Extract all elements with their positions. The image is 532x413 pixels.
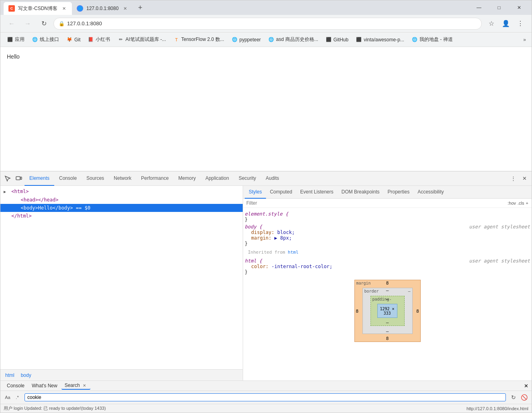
tab-application[interactable]: Application xyxy=(201,171,234,186)
bookmark-online-label: 线上接口 xyxy=(40,36,59,43)
bookmark-vinta[interactable]: ⬛ vinta/awesome-p... xyxy=(352,35,407,45)
tab-csdn[interactable]: C 写文章-CSDN博客 ✕ xyxy=(4,2,72,15)
tab-elements[interactable]: Elements xyxy=(25,171,54,186)
margin-right-val: 8 xyxy=(416,308,419,313)
styles-tab-properties[interactable]: Properties xyxy=(383,186,413,199)
devtools-toolbar: Elements Console Sources Network Perform… xyxy=(0,171,532,186)
bookmark-chandao-label: 我的地盘 - 禅道 xyxy=(419,36,453,43)
back-button[interactable]: ← xyxy=(5,17,18,30)
forward-button[interactable]: → xyxy=(21,17,34,30)
bookmarks-bar: ⬛ 应用 🌐 线上接口 🦊 Git 📕 小红书 ✏ AI笔试面试题库 -... … xyxy=(0,33,532,47)
devtools-panel: Elements Console Sources Network Perform… xyxy=(0,171,532,380)
inherited-tag[interactable]: html xyxy=(288,250,299,255)
tab-memory[interactable]: Memory xyxy=(174,171,201,186)
search-case-sensitive[interactable]: Aa xyxy=(4,393,12,401)
tensorflow-icon: T xyxy=(173,37,180,43)
bookmarks-more[interactable]: » xyxy=(521,35,528,44)
bookmark-git[interactable]: 🦊 Git xyxy=(63,35,84,45)
tab-performance[interactable]: Performance xyxy=(136,171,174,186)
html-line-html[interactable]: ▶ <html> xyxy=(0,187,243,196)
filter-add[interactable]: + xyxy=(526,201,528,205)
bookmark-ai[interactable]: ✏ AI笔试面试题库 -... xyxy=(114,35,169,45)
styles-tab-event-listeners[interactable]: Event Listeners xyxy=(296,186,338,199)
filter-hov[interactable]: :hov xyxy=(507,201,516,205)
styles-tab-styles[interactable]: Styles xyxy=(245,186,266,199)
bookmark-pyppeteer[interactable]: 🌐 pyppeteer xyxy=(228,35,264,45)
bookmark-git-label: Git xyxy=(74,37,80,43)
tab-sources[interactable]: Sources xyxy=(82,171,109,186)
bookmark-asd[interactable]: 🌐 asd 商品历史价格... xyxy=(265,35,321,45)
bookmark-online[interactable]: 🌐 线上接口 xyxy=(29,35,62,45)
apps-icon: ⬛ xyxy=(7,37,13,43)
tab-security[interactable]: Security xyxy=(234,171,261,186)
refresh-button[interactable]: ↻ xyxy=(37,17,50,30)
styles-tab-dom-breakpoints[interactable]: DOM Breakpoints xyxy=(338,186,384,199)
html-line-html-close[interactable]: </html> xyxy=(0,212,243,220)
margin-label: margin xyxy=(356,281,371,285)
window-controls: — □ ✕ xyxy=(470,1,528,14)
search-regex[interactable]: .* xyxy=(13,393,21,401)
csdn-icon: C xyxy=(8,5,15,12)
bottom-tab-search-close[interactable]: ✕ xyxy=(82,382,87,388)
bookmark-apps[interactable]: ⬛ 应用 xyxy=(4,35,28,45)
bottom-tab-whats-new-label: What's New xyxy=(32,383,57,389)
bookmark-tensorflow[interactable]: T TensorFlow 2.0 数... xyxy=(170,35,227,45)
tab-network[interactable]: Network xyxy=(109,171,136,186)
filter-bar: :hov .cls + xyxy=(243,199,532,208)
status-bar: 用户 login Updated: 已 ready to update!(tod… xyxy=(0,404,532,413)
bookmark-button[interactable]: ☆ xyxy=(485,17,498,30)
url-text: 127.0.0.1:8080 xyxy=(67,20,477,26)
new-tab-button[interactable]: + xyxy=(135,2,146,13)
bookmark-github-label: GitHub xyxy=(334,37,348,43)
filter-cls[interactable]: .cls xyxy=(518,201,524,205)
tab-console[interactable]: Console xyxy=(54,171,82,186)
devtools-close-button[interactable]: ✕ xyxy=(519,173,530,184)
margin-bottom-val: 8 xyxy=(386,336,389,341)
html-line-head[interactable]: <head></head> xyxy=(0,196,243,204)
search-clear-button[interactable]: 🚫 xyxy=(520,393,528,402)
xiaohongshu-icon: 📕 xyxy=(88,37,94,43)
styles-panel: Styles Computed Event Listeners DOM Brea… xyxy=(243,186,532,380)
tab-audits[interactable]: Audits xyxy=(261,171,284,186)
device-toolbar-button[interactable] xyxy=(13,173,25,184)
maximize-button[interactable]: □ xyxy=(490,1,508,14)
border-bottom-val: – xyxy=(386,329,389,334)
style-selector-html-row: html { user agent stylesheet xyxy=(245,258,530,264)
style-close-body: } xyxy=(245,241,530,246)
tab-local-close[interactable]: ✕ xyxy=(122,5,128,12)
close-button[interactable]: ✕ xyxy=(510,1,528,14)
breadcrumb-body[interactable]: body xyxy=(19,372,33,379)
menu-button[interactable]: ⋮ xyxy=(514,17,527,30)
bottom-tab-search[interactable]: Search ✕ xyxy=(61,382,90,390)
bookmark-github[interactable]: ⬛ GitHub xyxy=(322,35,352,45)
styles-tab-computed[interactable]: Computed xyxy=(266,186,296,199)
bottom-tab-whats-new[interactable]: What's New xyxy=(29,382,61,389)
bookmark-asd-label: asd 商品历史价格... xyxy=(276,36,318,43)
tab-local[interactable]: 🌐 127.0.0.1:8080 ✕ xyxy=(72,2,133,15)
devtools-more-button[interactable]: ⋮ xyxy=(507,173,519,184)
filter-input[interactable] xyxy=(246,200,506,206)
status-text-left: 用户 login Updated: 已 ready to update!(tod… xyxy=(4,405,106,411)
bookmark-chandao[interactable]: 🌐 我的地盘 - 禅道 xyxy=(408,35,456,45)
search-refresh-button[interactable]: ↻ xyxy=(509,393,518,402)
devtools-bottom-close[interactable]: ✕ xyxy=(524,383,528,389)
globe-icon: 🌐 xyxy=(77,5,83,12)
style-close-html: } xyxy=(245,269,530,275)
html-line-body[interactable]: <body>Hello</body> == $0 xyxy=(0,204,243,212)
bottom-tab-console-label: Console xyxy=(7,383,25,389)
breadcrumb-html[interactable]: html xyxy=(4,372,16,379)
inherited-label: Inherited from html xyxy=(245,248,530,256)
bookmark-xiaohongshu[interactable]: 📕 小红书 xyxy=(84,35,113,45)
url-bar[interactable]: 🔒 127.0.0.1:8080 xyxy=(53,18,482,30)
bottom-tab-console[interactable]: Console xyxy=(4,382,28,389)
inspect-element-button[interactable] xyxy=(2,173,13,184)
minimize-button[interactable]: — xyxy=(470,1,488,14)
box-model-container: margin 8 8 8 8 border xyxy=(245,280,530,342)
svg-rect-1 xyxy=(20,177,22,179)
profile-button[interactable]: 👤 xyxy=(499,17,512,30)
body-text: Hello xyxy=(38,205,53,211)
styles-tab-accessibility[interactable]: Accessibility xyxy=(413,186,448,199)
tab-csdn-close[interactable]: ✕ xyxy=(61,5,67,12)
search-input[interactable] xyxy=(27,395,503,400)
search-actions: ↻ 🚫 xyxy=(509,393,528,402)
